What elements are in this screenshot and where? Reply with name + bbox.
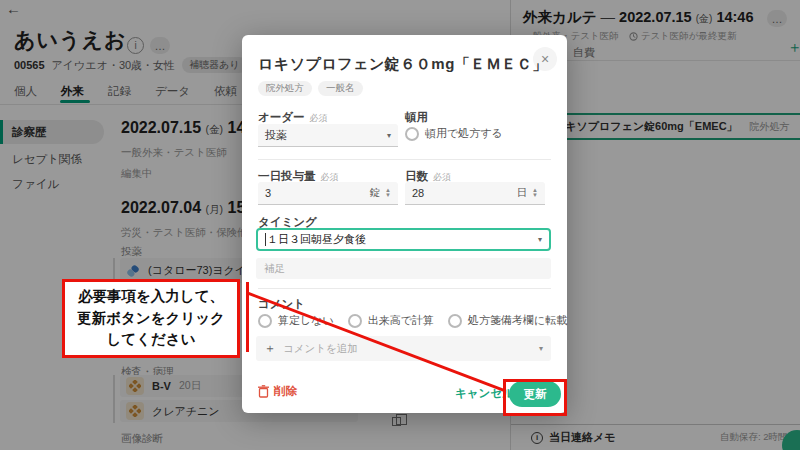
- update-button-highlight: [503, 379, 567, 416]
- tonyo-label: 頓用: [405, 110, 428, 125]
- stepper-down-icon[interactable]: ▼: [532, 193, 538, 198]
- dialog-title: ロキソプロフェン錠６０mg「ＥＭＥＣ」: [258, 55, 548, 74]
- label-text: 一日投与量: [258, 170, 316, 182]
- add-comment-placeholder: コメントを追加: [283, 342, 358, 356]
- delete-label: 削除: [274, 384, 297, 399]
- stepper-icon[interactable]: ▲ ▼: [532, 188, 538, 198]
- add-comment-input[interactable]: ＋ コメントを追加 ▾: [256, 336, 551, 361]
- badge-outside-prescription: 院外処方: [258, 81, 312, 96]
- plus-icon: ＋: [264, 340, 276, 357]
- radio-no-calc[interactable]: [258, 314, 272, 328]
- stepper-down-icon[interactable]: ▼: [385, 193, 391, 198]
- instruction-line: してください: [106, 329, 195, 351]
- badge-generic-name: 一般名: [318, 81, 363, 96]
- timing-combobox[interactable]: １日３回朝昼夕食後 ▾: [256, 228, 551, 251]
- instruction-line: 更新ボタンをクリック: [77, 308, 225, 330]
- prescription-edit-dialog: × ロキソプロフェン錠６０mg「ＥＭＥＣ」 院外処方 一般名 オーダー必須 投薬…: [242, 35, 567, 413]
- radio-fee-calc[interactable]: [348, 314, 362, 328]
- daily-dose-input[interactable]: 3 錠 ▲ ▼: [258, 182, 398, 205]
- instruction-callout: 必要事項を入力して、 更新ボタンをクリック してください: [62, 279, 240, 358]
- radio-transcribe-label: 処方箋備考欄に転載: [468, 313, 567, 328]
- order-value: 投薬: [265, 128, 287, 143]
- chevron-down-icon: ▾: [538, 235, 542, 244]
- delete-button[interactable]: 削除: [258, 384, 297, 399]
- label-text: 日数: [405, 170, 428, 182]
- radio-tonyo-label: 頓用で処方する: [425, 126, 503, 141]
- required-mark: 必須: [310, 113, 328, 123]
- radio-fee-calc-label: 出来高で計算: [368, 313, 434, 328]
- chevron-down-icon: ▾: [539, 344, 543, 353]
- trash-icon: [258, 385, 269, 398]
- dialog-badges: 院外処方 一般名: [258, 81, 363, 96]
- required-mark: 必須: [321, 172, 339, 182]
- text-cursor: [265, 233, 266, 246]
- stepper-icon[interactable]: ▲ ▼: [385, 188, 391, 198]
- radio-tonyo[interactable]: [405, 127, 419, 141]
- daily-dose-value: 3: [265, 187, 271, 199]
- daily-dose-unit: 錠: [370, 186, 381, 200]
- order-select[interactable]: 投薬 ▾: [258, 124, 398, 147]
- order-label: オーダー必須: [258, 110, 328, 125]
- supplement-input[interactable]: 補足: [256, 258, 551, 279]
- days-value: 28: [412, 187, 424, 199]
- timing-value: １日３回朝昼夕食後: [267, 232, 366, 247]
- days-input[interactable]: 28 日 ▲ ▼: [405, 182, 545, 205]
- required-mark: 必須: [433, 172, 451, 182]
- radio-transcribe[interactable]: [448, 314, 462, 328]
- divider: [258, 159, 551, 160]
- chevron-down-icon: ▾: [387, 131, 391, 140]
- label-text: オーダー: [258, 111, 305, 123]
- days-unit: 日: [517, 186, 528, 200]
- divider: [258, 288, 551, 289]
- instruction-line: 必要事項を入力して、: [78, 286, 224, 308]
- tonyo-radio-group: 頓用で処方する: [405, 126, 503, 141]
